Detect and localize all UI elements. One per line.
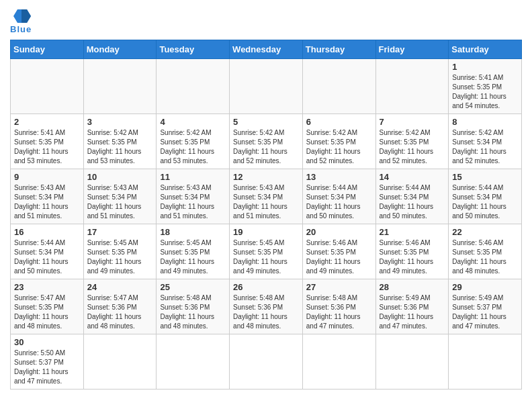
day-info: Sunrise: 5:50 AM Sunset: 5:37 PM Dayligh…	[14, 349, 80, 386]
calendar-cell	[302, 59, 375, 114]
day-info: Sunrise: 5:48 AM Sunset: 5:36 PM Dayligh…	[233, 293, 299, 331]
calendar-cell	[375, 59, 449, 114]
day-number: 28	[380, 282, 445, 292]
calendar-cell	[302, 334, 375, 390]
calendar-cell: 10Sunrise: 5:43 AM Sunset: 5:34 PM Dayli…	[83, 169, 157, 224]
day-number: 13	[306, 172, 372, 182]
logo-subtext: Blue	[10, 24, 32, 34]
calendar-cell: 17Sunrise: 5:45 AM Sunset: 5:35 PM Dayli…	[83, 224, 157, 279]
calendar-cell: 8Sunrise: 5:42 AM Sunset: 5:34 PM Daylig…	[449, 114, 522, 169]
header-wednesday: Wednesday	[230, 40, 303, 59]
day-info: Sunrise: 5:43 AM Sunset: 5:34 PM Dayligh…	[87, 183, 153, 221]
svg-marker-1	[21, 9, 31, 23]
header-sunday: Sunday	[11, 40, 84, 59]
calendar-cell: 20Sunrise: 5:46 AM Sunset: 5:35 PM Dayli…	[302, 224, 375, 279]
day-info: Sunrise: 5:45 AM Sunset: 5:35 PM Dayligh…	[233, 238, 299, 276]
calendar-cell: 18Sunrise: 5:45 AM Sunset: 5:35 PM Dayli…	[157, 224, 230, 279]
day-number: 4	[160, 117, 226, 127]
calendar-cell: 11Sunrise: 5:43 AM Sunset: 5:34 PM Dayli…	[157, 169, 230, 224]
calendar-cell: 2Sunrise: 5:41 AM Sunset: 5:35 PM Daylig…	[11, 114, 84, 169]
day-number: 10	[87, 172, 153, 182]
day-info: Sunrise: 5:46 AM Sunset: 5:35 PM Dayligh…	[380, 238, 445, 276]
calendar-cell: 3Sunrise: 5:42 AM Sunset: 5:35 PM Daylig…	[83, 114, 157, 169]
day-info: Sunrise: 5:43 AM Sunset: 5:34 PM Dayligh…	[233, 183, 299, 221]
day-info: Sunrise: 5:46 AM Sunset: 5:35 PM Dayligh…	[306, 238, 372, 276]
calendar-cell	[230, 59, 303, 114]
calendar-cell	[375, 334, 449, 390]
day-number: 20	[306, 227, 372, 237]
day-number: 1	[452, 62, 518, 72]
calendar-cell	[449, 334, 522, 390]
day-info: Sunrise: 5:43 AM Sunset: 5:34 PM Dayligh…	[14, 183, 80, 221]
day-info: Sunrise: 5:44 AM Sunset: 5:34 PM Dayligh…	[380, 183, 445, 221]
calendar-cell: 12Sunrise: 5:43 AM Sunset: 5:34 PM Dayli…	[230, 169, 303, 224]
calendar-cell: 13Sunrise: 5:44 AM Sunset: 5:34 PM Dayli…	[302, 169, 375, 224]
header-saturday: Saturday	[449, 40, 522, 59]
day-info: Sunrise: 5:42 AM Sunset: 5:35 PM Dayligh…	[306, 128, 372, 166]
days-header-row: Sunday Monday Tuesday Wednesday Thursday…	[11, 40, 522, 59]
calendar-cell: 22Sunrise: 5:46 AM Sunset: 5:35 PM Dayli…	[449, 224, 522, 279]
day-info: Sunrise: 5:44 AM Sunset: 5:34 PM Dayligh…	[306, 183, 372, 221]
day-number: 22	[452, 227, 518, 237]
header-tuesday: Tuesday	[157, 40, 230, 59]
day-info: Sunrise: 5:42 AM Sunset: 5:35 PM Dayligh…	[380, 128, 445, 166]
day-info: Sunrise: 5:47 AM Sunset: 5:36 PM Dayligh…	[87, 293, 153, 331]
calendar-table: Sunday Monday Tuesday Wednesday Thursday…	[10, 40, 522, 390]
calendar-week-row: 2Sunrise: 5:41 AM Sunset: 5:35 PM Daylig…	[11, 114, 522, 169]
calendar-cell: 23Sunrise: 5:47 AM Sunset: 5:35 PM Dayli…	[11, 279, 84, 334]
calendar-cell: 14Sunrise: 5:44 AM Sunset: 5:34 PM Dayli…	[375, 169, 449, 224]
calendar-cell	[83, 59, 157, 114]
day-info: Sunrise: 5:45 AM Sunset: 5:35 PM Dayligh…	[87, 238, 153, 276]
day-number: 12	[233, 172, 299, 182]
calendar-cell: 5Sunrise: 5:42 AM Sunset: 5:35 PM Daylig…	[230, 114, 303, 169]
calendar-week-row: 9Sunrise: 5:43 AM Sunset: 5:34 PM Daylig…	[11, 169, 522, 224]
day-number: 18	[160, 227, 226, 237]
calendar-cell	[83, 334, 157, 390]
calendar-cell: 28Sunrise: 5:49 AM Sunset: 5:36 PM Dayli…	[375, 279, 449, 334]
header-thursday: Thursday	[302, 40, 375, 59]
day-info: Sunrise: 5:49 AM Sunset: 5:37 PM Dayligh…	[452, 293, 518, 331]
calendar-week-row: 1Sunrise: 5:41 AM Sunset: 5:35 PM Daylig…	[11, 59, 522, 114]
day-info: Sunrise: 5:46 AM Sunset: 5:35 PM Dayligh…	[452, 238, 518, 276]
main-container: Blue Sunday Monday Tuesday Wednesday Thu…	[0, 0, 532, 396]
day-number: 11	[160, 172, 226, 182]
day-number: 29	[452, 282, 518, 292]
calendar-cell: 4Sunrise: 5:42 AM Sunset: 5:35 PM Daylig…	[157, 114, 230, 169]
calendar-cell: 30Sunrise: 5:50 AM Sunset: 5:37 PM Dayli…	[11, 334, 84, 390]
header-monday: Monday	[83, 40, 157, 59]
calendar-cell	[11, 59, 84, 114]
day-number: 27	[306, 282, 372, 292]
calendar-week-row: 30Sunrise: 5:50 AM Sunset: 5:37 PM Dayli…	[11, 334, 522, 390]
day-number: 2	[14, 117, 80, 127]
calendar-cell: 27Sunrise: 5:48 AM Sunset: 5:36 PM Dayli…	[302, 279, 375, 334]
day-info: Sunrise: 5:44 AM Sunset: 5:34 PM Dayligh…	[452, 183, 518, 221]
calendar-cell: 6Sunrise: 5:42 AM Sunset: 5:35 PM Daylig…	[302, 114, 375, 169]
day-info: Sunrise: 5:42 AM Sunset: 5:35 PM Dayligh…	[233, 128, 299, 166]
calendar-cell: 29Sunrise: 5:49 AM Sunset: 5:37 PM Dayli…	[449, 279, 522, 334]
calendar-cell: 24Sunrise: 5:47 AM Sunset: 5:36 PM Dayli…	[83, 279, 157, 334]
logo-text	[10, 7, 31, 26]
day-info: Sunrise: 5:41 AM Sunset: 5:35 PM Dayligh…	[14, 128, 80, 166]
calendar-cell: 9Sunrise: 5:43 AM Sunset: 5:34 PM Daylig…	[11, 169, 84, 224]
calendar-cell: 1Sunrise: 5:41 AM Sunset: 5:35 PM Daylig…	[449, 59, 522, 114]
day-info: Sunrise: 5:42 AM Sunset: 5:35 PM Dayligh…	[87, 128, 153, 166]
calendar-cell: 16Sunrise: 5:44 AM Sunset: 5:34 PM Dayli…	[11, 224, 84, 279]
calendar-cell: 19Sunrise: 5:45 AM Sunset: 5:35 PM Dayli…	[230, 224, 303, 279]
logo-icon	[12, 7, 31, 26]
day-number: 8	[452, 117, 518, 127]
day-number: 9	[14, 172, 80, 182]
day-number: 26	[233, 282, 299, 292]
calendar-cell: 25Sunrise: 5:48 AM Sunset: 5:36 PM Dayli…	[157, 279, 230, 334]
day-number: 30	[14, 337, 80, 347]
day-number: 21	[380, 227, 445, 237]
header-friday: Friday	[375, 40, 449, 59]
day-number: 5	[233, 117, 299, 127]
day-info: Sunrise: 5:44 AM Sunset: 5:34 PM Dayligh…	[14, 238, 80, 276]
day-number: 7	[380, 117, 445, 127]
day-info: Sunrise: 5:41 AM Sunset: 5:35 PM Dayligh…	[452, 73, 518, 111]
calendar-cell	[230, 334, 303, 390]
logo: Blue	[10, 7, 32, 34]
day-info: Sunrise: 5:43 AM Sunset: 5:34 PM Dayligh…	[160, 183, 226, 221]
day-info: Sunrise: 5:42 AM Sunset: 5:34 PM Dayligh…	[452, 128, 518, 166]
day-number: 3	[87, 117, 153, 127]
